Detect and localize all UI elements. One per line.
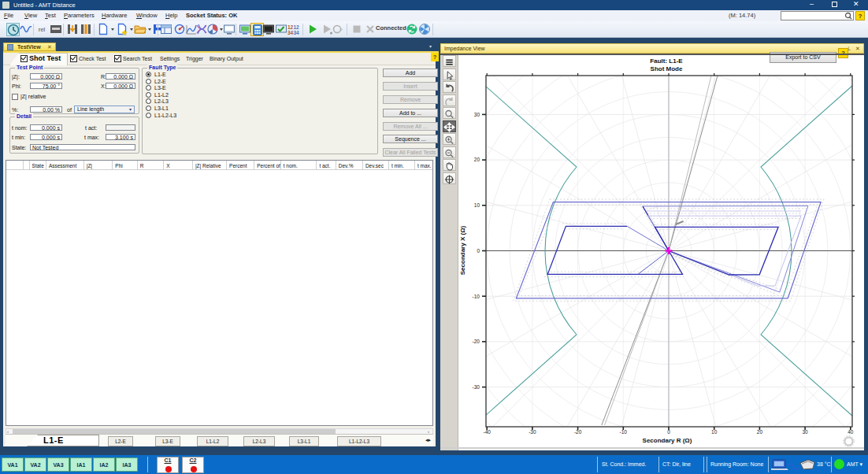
svg-text:-40: -40 [483,429,491,435]
svg-text:Fault: L1-E: Fault: L1-E [650,57,683,65]
svg-text:-30: -30 [529,429,536,435]
svg-text:rel: rel [39,27,46,32]
svg-text:Shot Mode: Shot Mode [651,65,683,72]
svg-text:34: 34 [294,30,300,35]
svg-text:0: 0 [477,248,480,254]
svg-text:40: 40 [848,429,854,435]
svg-text:10: 10 [711,429,718,435]
svg-text:›: › [341,27,343,32]
svg-text:20: 20 [474,157,480,162]
svg-text:-10: -10 [620,429,628,435]
svg-text:10: 10 [474,202,480,208]
svg-text:-20: -20 [473,339,480,344]
svg-text:34: 34 [287,30,294,35]
svg-text:Secondary X (Ω): Secondary X (Ω) [459,225,466,275]
svg-text:Secondary R (Ω): Secondary R (Ω) [643,437,692,444]
svg-text:12: 12 [287,24,294,30]
svg-text:0: 0 [667,429,670,435]
svg-text:-30: -30 [473,384,480,390]
svg-text:-10: -10 [473,294,480,299]
svg-text:20: 20 [757,429,763,435]
svg-text:-20: -20 [574,429,582,435]
svg-text:30: 30 [802,429,808,435]
svg-text:30: 30 [474,112,480,117]
svg-text:12: 12 [294,24,300,30]
